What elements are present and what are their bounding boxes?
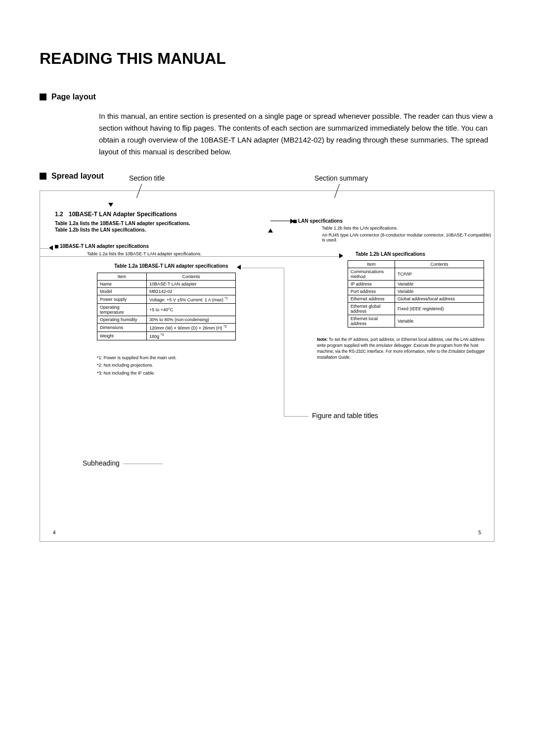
callout-line (284, 268, 284, 416)
bullet-square-icon (40, 173, 46, 180)
table1: Item Contents Name10BASE-T LAN adapter M… (97, 273, 236, 340)
superscript: *2 (223, 325, 227, 328)
label-section-summary: Section summary (314, 174, 368, 182)
bullet-square-small-icon (293, 220, 297, 223)
table-cell: Global address/local address (395, 295, 484, 303)
arrow-right-icon (270, 221, 290, 221)
doc-summary-line1: Table 1.2a lists the 10BASE-T LAN adapte… (55, 221, 190, 226)
table-cell: +5 to +40°C (147, 304, 236, 316)
main-title: READING THIS MANUAL (40, 49, 494, 68)
page-layout-header: Page layout (40, 93, 494, 101)
superscript: *1 (224, 296, 228, 300)
table-cell: Ethernet global address (348, 303, 395, 315)
table-cell: 120mm (W) × 90mm (D) × 26mm (H) *2 (147, 324, 236, 332)
callout-line (334, 184, 340, 198)
doc-section-number: 1.2 (55, 211, 63, 218)
label-subheading-callout: Subheading (83, 459, 120, 467)
table-header: Contents (395, 261, 484, 268)
bullet-square-small-icon (55, 245, 58, 248)
page-layout-title: Page layout (51, 93, 96, 101)
table-cell: Operating temperature (97, 304, 147, 316)
table-row: IP addressVariable (348, 281, 484, 288)
label-figure-table-titles: Figure and table titles (312, 412, 378, 420)
bullet-square-icon (40, 94, 46, 100)
doc-summary-line2: Table 1.2b lists the LAN specifications. (55, 227, 146, 233)
callout-line (123, 464, 163, 464)
table1-title: Table 1.2a 10BASE-T LAN adapter specific… (114, 263, 228, 269)
doc-subheading-1: 10BASE-T LAN adapter specifications (55, 243, 149, 249)
note-text: Note: To set the IP address, port addres… (317, 337, 485, 361)
table-cell: 180g *3 (147, 332, 236, 340)
table-header: Contents (147, 273, 236, 281)
table-cell: IP address (348, 281, 395, 288)
sub1-label: 10BASE-T LAN adapter specifications (60, 243, 149, 249)
callout-line (284, 416, 309, 417)
footnote-1: *1: Power is supplied from the main unit… (97, 354, 177, 362)
table-row: ModelMB2142-02 (97, 288, 236, 295)
table-row: Dimensions120mm (W) × 90mm (D) × 26mm (H… (97, 324, 236, 332)
table-cell: Ethernet local address (348, 315, 395, 328)
callout-line (136, 184, 142, 198)
cell-text: 120mm (W) × 90mm (D) × 26mm (H) (149, 326, 223, 331)
cell-text: 180g (149, 334, 161, 339)
table-cell: Communications method (348, 268, 395, 281)
cell-text: Voltage: +5 V ±5% Current: 1 A (max) (149, 297, 224, 302)
table-row: Operating temperature+5 to +40°C (97, 304, 236, 316)
table-cell: Model (97, 288, 147, 295)
table-cell: Variable (395, 281, 484, 288)
footnote-3: *3: Not including the IF cable. (97, 370, 177, 377)
callout-line (40, 256, 339, 257)
doc-lan-text2: An RJ45 type LAN connector (8-conductor … (322, 233, 494, 242)
table-row: Item Contents (348, 261, 484, 268)
table-row: Operating humidity30% to 80% (non-conden… (97, 316, 236, 324)
note-end: . (350, 355, 351, 360)
table-cell: 10BASE-T LAN adapter (147, 281, 236, 288)
table-cell: Name (97, 281, 147, 288)
table-cell: TCP/IP (395, 268, 484, 281)
table-cell: Variable (395, 288, 484, 295)
table1-wrapper: Item Contents Name10BASE-T LAN adapter M… (97, 273, 236, 340)
table-row: Name10BASE-T LAN adapter (97, 281, 236, 288)
table-row: Port addressVariable (348, 288, 484, 295)
callout-line (242, 268, 284, 268)
doc-lan-text1: Table 1.2b lists the LAN specifications. (322, 226, 398, 231)
table-cell: Fixed (IEEE registered) (395, 303, 484, 315)
table-row: Item Contents (97, 273, 236, 281)
table-cell: Port address (348, 288, 395, 295)
table-header: Item (97, 273, 147, 281)
callout-line (40, 248, 49, 249)
footnotes: *1: Power is supplied from the main unit… (97, 354, 177, 377)
doc-sub1-text: Table 1.2a lists the 10BASE-T LAN adapte… (87, 251, 201, 256)
table-cell: MB2142-02 (147, 288, 236, 295)
table-row: Weight180g *3 (97, 332, 236, 340)
spread-layout-header: Spread layout (40, 172, 494, 181)
table-cell: Ethernet address (348, 295, 395, 303)
table-row: Power supplyVoltage: +5 V ±5% Current: 1… (97, 295, 236, 304)
table-row: Ethernet local addressVariable (348, 315, 484, 328)
table2-title: Table 1.2b LAN specifications (356, 251, 425, 257)
lan-spec-label: LAN specifications (298, 218, 343, 224)
page-number-left: 4 (53, 530, 56, 535)
table-header: Item (348, 261, 395, 268)
table-cell: Voltage: +5 V ±5% Current: 1 A (max) *1 (147, 295, 236, 304)
table-cell: Weight (97, 332, 147, 340)
diagram-container: Section title Section summary Figure and… (40, 190, 494, 542)
table-cell: Operating humidity (97, 316, 147, 324)
table-cell: 30% to 80% (non-condensing) (147, 316, 236, 324)
table-cell: Variable (395, 315, 484, 328)
note-label: Note: (317, 337, 329, 342)
table2: Item Contents Communications methodTCP/I… (348, 260, 484, 328)
footnote-2: *2: Not including projections. (97, 362, 177, 369)
table-cell: Dimensions (97, 324, 147, 332)
superscript: *3 (161, 333, 164, 336)
table-row: Ethernet addressGlobal address/local add… (348, 295, 484, 303)
table-row: Ethernet global addressFixed (IEEE regis… (348, 303, 484, 315)
doc-lan-spec-heading: LAN specifications (293, 218, 343, 224)
label-section-title: Section title (129, 174, 165, 182)
table2-wrapper: Item Contents Communications methodTCP/I… (348, 260, 484, 328)
body-paragraph: In this manual, an entire section is pre… (99, 110, 494, 158)
doc-section-title: 10BASE-T LAN Adapter Specifications (69, 211, 177, 218)
table-row: Communications methodTCP/IP (348, 268, 484, 281)
spread-layout-title: Spread layout (51, 172, 104, 181)
table-cell: Power supply (97, 295, 147, 304)
